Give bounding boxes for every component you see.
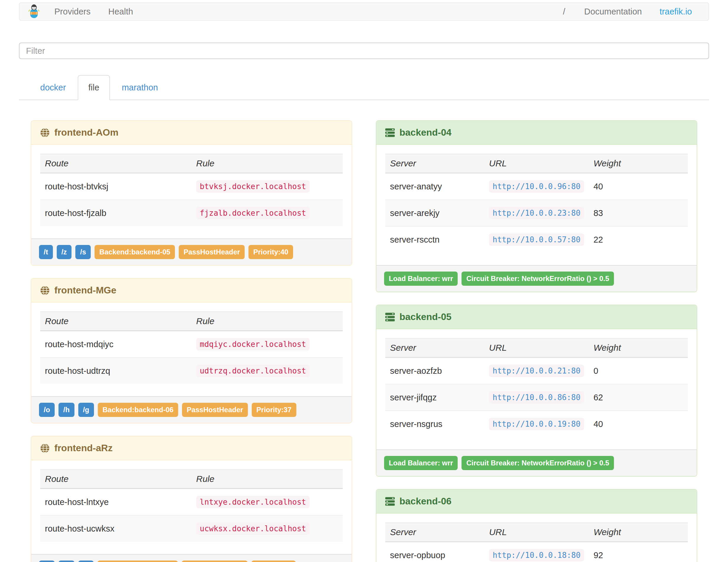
nav-link-documentation[interactable]: Documentation — [575, 7, 651, 17]
tab-marathon[interactable]: marathon — [111, 75, 169, 100]
rule-code: udtrzq.docker.localhost — [196, 365, 310, 377]
server-row: server-opbuop http://10.0.0.18:80 92 — [385, 542, 688, 562]
backend-panel: backend-04 Server URL Weight server-anat… — [376, 120, 697, 292]
frontend-panel: frontend-MGe Route Rule route-host-mdqiy… — [31, 278, 352, 423]
route-badge: /z — [57, 245, 72, 259]
server-weight: 83 — [589, 200, 688, 226]
backend-panel-heading: backend-06 — [376, 490, 697, 514]
route-row: route-host-ucwksx ucwksx.docker.localhos… — [40, 515, 343, 542]
provider-content: frontend-AOm Route Rule route-host-btvks… — [0, 100, 728, 562]
backend-panel: backend-06 Server URL Weight server-opbu… — [376, 489, 697, 562]
filter-input[interactable] — [19, 43, 709, 59]
server-name: server-rscctn — [385, 226, 484, 253]
backend-panel-heading: backend-05 — [376, 305, 697, 329]
routes-table: Route Rule route-host-mdqiyc mdqiyc.dock… — [40, 311, 343, 384]
frontend-panel: frontend-aRz Route Rule route-host-lntxy… — [31, 436, 352, 562]
pass-host-header-badge: PassHostHeader — [179, 245, 245, 259]
backend-ref-badge: Backend:backend-05 — [95, 245, 175, 259]
routes-table: Route Rule route-host-lntxye lntxye.dock… — [40, 469, 343, 542]
server-icon — [385, 312, 395, 322]
traefik-logo[interactable] — [28, 4, 40, 19]
server-row: server-jifqgz http://10.0.0.86:80 62 — [385, 384, 688, 411]
server-weight: 62 — [589, 384, 688, 411]
route-name: route-host-lntxye — [40, 489, 191, 516]
route-row: route-host-udtrzq udtrzq.docker.localhos… — [40, 358, 343, 384]
servers-col-url: URL — [484, 338, 589, 358]
server-weight: 22 — [589, 226, 688, 253]
server-row: server-rscctn http://10.0.0.57:80 22 — [385, 226, 688, 253]
filter-bar — [19, 43, 709, 59]
route-row: route-host-fjzalb fjzalb.docker.localhos… — [40, 200, 343, 226]
frontend-panel-title: frontend-aRz — [54, 443, 113, 454]
route-row: route-host-mdqiyc mdqiyc.docker.localhos… — [40, 331, 343, 358]
frontend-panel-body: Route Rule route-host-btvksj btvksj.dock… — [31, 145, 352, 238]
servers-col-server: Server — [385, 338, 484, 358]
nav-link-providers[interactable]: Providers — [45, 7, 100, 17]
server-name: server-arekjy — [385, 200, 484, 226]
route-badge: /g — [59, 561, 74, 562]
backend-ref-badge: Backend:backend-06 — [98, 403, 178, 417]
servers-col-weight: Weight — [589, 154, 688, 173]
frontend-panel: frontend-AOm Route Rule route-host-btvks… — [31, 120, 352, 266]
route-badge: /y — [78, 561, 94, 562]
backend-panel-body: Server URL Weight server-opbuop http://1… — [376, 514, 697, 562]
route-row: route-host-btvksj btvksj.docker.localhos… — [40, 173, 343, 200]
route-badge: /h — [59, 403, 74, 417]
rule-code: btvksj.docker.localhost — [196, 180, 310, 193]
priority-badge: Priority:40 — [248, 245, 293, 259]
server-url-code: http://10.0.0.23:80 — [489, 207, 584, 219]
servers-col-weight: Weight — [589, 338, 688, 358]
nav-link-traefik-io[interactable]: traefik.io — [651, 7, 701, 17]
provider-tabs: docker file marathon — [19, 75, 709, 100]
server-row: server-nsgrus http://10.0.0.19:80 40 — [385, 411, 688, 437]
routes-col-route: Route — [40, 470, 191, 489]
server-name: server-aozfzb — [385, 358, 484, 384]
load-balancer-badge: Load Balancer: wrr — [384, 456, 458, 470]
frontend-panel-footer: /t /z /s Backend:backend-05 PassHostHead… — [31, 238, 352, 265]
route-badge: /s — [75, 245, 91, 259]
globe-icon — [40, 286, 50, 295]
backend-panel-title: backend-05 — [399, 311, 451, 322]
frontend-panel-body: Route Rule route-host-lntxye lntxye.dock… — [31, 460, 352, 554]
routes-col-rule: Rule — [191, 470, 343, 489]
rule-code: fjzalb.docker.localhost — [196, 207, 310, 219]
servers-table: Server URL Weight server-opbuop http://1… — [385, 522, 688, 562]
frontend-panel-title: frontend-MGe — [54, 285, 116, 296]
routes-table: Route Rule route-host-btvksj btvksj.dock… — [40, 154, 343, 226]
backend-panel-title: backend-04 — [399, 127, 451, 138]
server-url-code: http://10.0.0.18:80 — [489, 549, 584, 561]
server-name: server-nsgrus — [385, 411, 484, 437]
backend-panel: backend-05 Server URL Weight server-aozf… — [376, 305, 697, 477]
server-name: server-opbuop — [385, 542, 484, 562]
backend-panel-footer: Load Balancer: wrr Circuit Breaker: Netw… — [376, 265, 697, 292]
tab-docker[interactable]: docker — [30, 75, 77, 100]
frontend-panel-footer: /o /h /g Backend:backend-06 PassHostHead… — [31, 396, 352, 423]
route-name: route-host-ucwksx — [40, 515, 191, 542]
server-row: server-aozfzb http://10.0.0.21:80 0 — [385, 358, 688, 384]
server-icon — [385, 497, 395, 506]
route-name: route-host-fjzalb — [40, 200, 191, 226]
backends-column: backend-04 Server URL Weight server-anat… — [364, 120, 709, 562]
tab-file[interactable]: file — [78, 75, 110, 100]
backend-panel-footer: Load Balancer: wrr Circuit Breaker: Netw… — [376, 449, 697, 476]
route-badge: /o — [39, 403, 55, 417]
route-name: route-host-udtrzq — [40, 358, 191, 384]
servers-col-url: URL — [484, 154, 589, 173]
server-weight: 40 — [589, 173, 688, 200]
frontend-panel-heading: frontend-aRz — [31, 436, 352, 460]
nav-link-health[interactable]: Health — [100, 7, 142, 17]
priority-badge: Priority:29 — [251, 561, 296, 562]
frontend-panel-title: frontend-AOm — [54, 127, 118, 138]
servers-table: Server URL Weight server-anatyy http://1… — [385, 154, 688, 253]
server-name: server-anatyy — [385, 173, 484, 200]
frontends-column: frontend-AOm Route Rule route-host-btvks… — [19, 120, 364, 562]
globe-icon — [40, 128, 50, 137]
servers-col-server: Server — [385, 523, 484, 542]
server-row: server-anatyy http://10.0.0.96:80 40 — [385, 173, 688, 200]
servers-col-weight: Weight — [589, 523, 688, 542]
server-weight: 0 — [589, 358, 688, 384]
servers-table: Server URL Weight server-aozfzb http://1… — [385, 338, 688, 437]
priority-badge: Priority:37 — [252, 403, 296, 417]
pass-host-header-badge: PassHostHeader — [182, 403, 248, 417]
pass-host-header-badge: PassHostHeader — [182, 561, 248, 562]
